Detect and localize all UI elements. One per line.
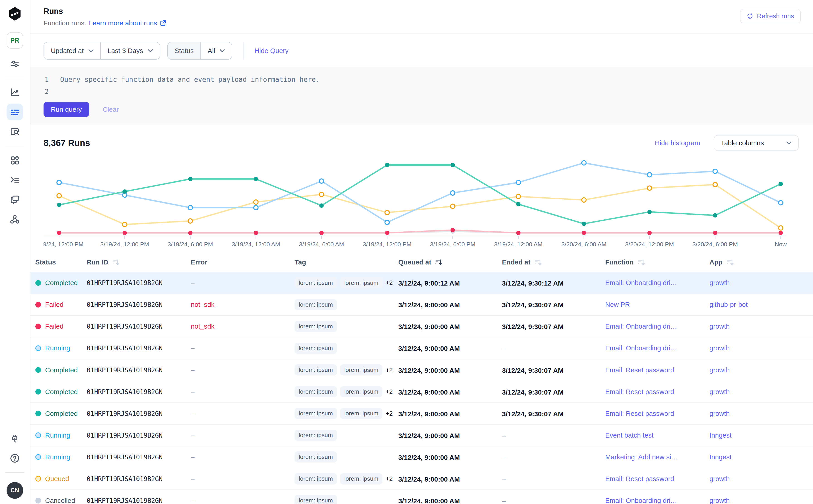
app-link[interactable]: growth	[709, 322, 813, 330]
table-row[interactable]: Completed01HRPT19RJSA1019B2GN–lorem: ips…	[30, 359, 813, 381]
data-point-completed[interactable]	[779, 182, 783, 186]
column-header-app[interactable]: App	[709, 258, 813, 266]
events-terminal-icon[interactable]	[7, 172, 23, 188]
sort-icon[interactable]	[637, 259, 645, 266]
data-point-running[interactable]	[385, 220, 389, 225]
runs-nav-runs-list-icon[interactable]	[7, 104, 23, 120]
table-row[interactable]: Running01HRPT19RJSA1019B2GN–lorem: ipsum…	[30, 337, 813, 359]
data-point-failed[interactable]	[188, 231, 192, 235]
data-point-running[interactable]	[779, 201, 783, 205]
data-point-completed[interactable]	[57, 203, 61, 207]
data-point-failed[interactable]	[647, 231, 652, 235]
status-filter-dropdown[interactable]: All	[200, 42, 232, 59]
data-point-queued[interactable]	[188, 219, 192, 223]
function-link[interactable]: Email: Reset password	[605, 410, 709, 417]
app-link[interactable]: growth	[709, 279, 813, 287]
data-point-completed[interactable]	[647, 210, 652, 214]
data-point-completed[interactable]	[451, 163, 455, 167]
data-point-running[interactable]	[319, 179, 324, 183]
table-columns-dropdown[interactable]: Table columns	[714, 135, 799, 151]
data-point-queued[interactable]	[582, 198, 586, 202]
column-header-run-id[interactable]: Run ID	[87, 258, 191, 266]
metrics-nav-bar-chart-icon[interactable]	[7, 84, 23, 101]
column-header-ended-at[interactable]: Ended at	[502, 258, 605, 266]
app-link[interactable]: Inngest	[709, 453, 813, 461]
avatar[interactable]: CN	[7, 482, 23, 499]
plug-icon[interactable]	[7, 430, 23, 447]
workspace-badge[interactable]: PR	[7, 32, 23, 49]
data-point-running[interactable]	[451, 191, 455, 195]
refresh-runs-button[interactable]: Refresh runs	[740, 9, 801, 23]
app-link[interactable]: growth	[709, 388, 813, 396]
function-link[interactable]: Marketing: Add new si…	[605, 453, 709, 461]
column-header-function[interactable]: Function	[605, 258, 709, 266]
data-point-completed[interactable]	[319, 204, 324, 208]
sliders-icon[interactable]	[7, 56, 23, 72]
data-point-failed[interactable]	[779, 231, 783, 235]
sort-icon[interactable]	[435, 259, 442, 266]
apps-icon[interactable]	[7, 152, 23, 168]
sort-icon[interactable]	[534, 259, 542, 266]
data-point-completed[interactable]	[516, 202, 521, 206]
webhook-icon[interactable]	[7, 211, 23, 228]
data-point-failed[interactable]	[516, 231, 521, 235]
function-link[interactable]: Email: Onboarding dri…	[605, 279, 709, 287]
function-link[interactable]: Email: Reset password	[605, 388, 709, 396]
app-link[interactable]: growth	[709, 366, 813, 374]
data-point-completed[interactable]	[123, 189, 127, 194]
data-point-failed[interactable]	[123, 231, 127, 235]
function-link[interactable]: Email: Onboarding dri…	[605, 344, 709, 352]
data-point-running[interactable]	[188, 206, 192, 210]
function-link[interactable]: Email: Reset password	[605, 475, 709, 483]
data-point-queued[interactable]	[779, 226, 783, 230]
data-point-failed[interactable]	[319, 231, 324, 235]
inngest-logo-icon[interactable]	[7, 5, 23, 23]
learn-more-link[interactable]: Learn more about runs	[89, 19, 157, 27]
search-window-icon[interactable]	[7, 123, 23, 140]
table-row[interactable]: Running01HRPT19RJSA1019B2GN–lorem: ipsum…	[30, 446, 813, 468]
data-point-running[interactable]	[713, 169, 717, 173]
column-header-status[interactable]: Status	[35, 258, 87, 266]
data-point-completed[interactable]	[188, 177, 192, 181]
sort-field-dropdown[interactable]: Updated at	[44, 42, 100, 59]
hide-histogram-link[interactable]: Hide histogram	[655, 139, 700, 147]
data-point-completed[interactable]	[385, 163, 389, 167]
query-editor[interactable]: 1 Query specific function data and event…	[30, 67, 813, 125]
sort-icon[interactable]	[726, 259, 733, 266]
app-link[interactable]: Inngest	[709, 431, 813, 439]
data-point-running[interactable]	[254, 206, 258, 210]
table-row[interactable]: Completed01HRPT19RJSA1019B2GN–lorem: ips…	[30, 381, 813, 403]
data-point-completed[interactable]	[582, 222, 586, 226]
data-point-queued[interactable]	[123, 222, 127, 227]
function-link[interactable]: New PR	[605, 301, 709, 308]
data-point-queued[interactable]	[254, 200, 258, 204]
time-range-dropdown[interactable]: Last 3 Days	[100, 42, 160, 59]
clear-query-button[interactable]: Clear	[99, 105, 122, 114]
data-point-running[interactable]	[647, 173, 652, 177]
function-link[interactable]: Email: Onboarding dri…	[605, 322, 709, 330]
table-row[interactable]: Failed01HRPT19RJSA1019B2GNnot_sdklorem: …	[30, 316, 813, 337]
data-point-completed[interactable]	[254, 177, 258, 181]
data-point-queued[interactable]	[319, 192, 324, 196]
data-point-failed[interactable]	[385, 231, 389, 235]
function-link[interactable]: Event batch test	[605, 431, 709, 439]
table-row[interactable]: Completed01HRPT19RJSA1019B2GN–lorem: ips…	[30, 403, 813, 425]
data-point-queued[interactable]	[647, 186, 652, 190]
data-point-failed[interactable]	[451, 228, 455, 232]
table-row[interactable]: Cancelled01HRPT19RJSA1019B2GN–lorem: ips…	[30, 490, 813, 504]
data-point-queued[interactable]	[713, 182, 717, 187]
data-point-queued[interactable]	[385, 210, 389, 215]
hide-query-link[interactable]: Hide Query	[254, 47, 288, 55]
data-point-failed[interactable]	[57, 231, 61, 235]
table-row[interactable]: Completed01HRPT19RJSA1019B2GN–lorem: ips…	[30, 272, 813, 294]
sort-icon[interactable]	[112, 259, 119, 266]
data-point-failed[interactable]	[582, 231, 586, 235]
table-row[interactable]: Queued01HRPT19RJSA1019B2GN–lorem: ipsuml…	[30, 468, 813, 490]
data-point-running[interactable]	[516, 180, 521, 185]
function-link[interactable]: Email: Reset password	[605, 366, 709, 374]
data-point-running[interactable]	[582, 161, 586, 165]
column-header-tag[interactable]: Tag	[294, 258, 398, 266]
data-point-running[interactable]	[57, 180, 61, 185]
data-point-failed[interactable]	[254, 231, 258, 235]
data-point-queued[interactable]	[57, 194, 61, 198]
